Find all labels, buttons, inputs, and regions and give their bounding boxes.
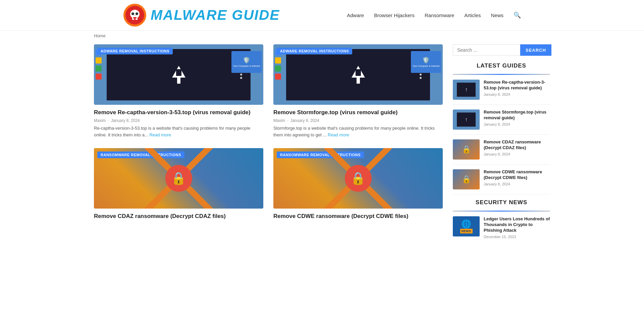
article-image: 🛡️ Your Computer is Infected ADWARE REMO… — [273, 44, 443, 105]
security-news-title: SECURITY NEWS — [453, 199, 550, 206]
content-area: 🛡️ Your Computer is Infected ADWARE REMO… — [94, 44, 443, 244]
nav-ransomware[interactable]: Ransomware — [425, 12, 454, 18]
article-link-1[interactable]: Remove Stormforge.top (virus removal gui… — [273, 109, 397, 116]
read-more-1[interactable]: Read more — [328, 132, 349, 137]
article-link-2[interactable]: Remove CDAZ ransomware (Decrypt CDAZ fil… — [94, 213, 226, 219]
popup-text: Your Computer is Infected — [233, 65, 260, 68]
news-badge: NEWS — [460, 229, 473, 233]
icon-app2 — [96, 74, 102, 80]
dot — [420, 74, 422, 76]
article-image: 🔒 RANSOMWARE REMOVAL INSTRUCTIONS — [273, 148, 443, 209]
search-box: SEARCH — [453, 44, 550, 56]
svg-point-7 — [136, 12, 138, 15]
svg-point-6 — [131, 12, 134, 15]
arrow-container — [352, 66, 365, 84]
search-icon[interactable]: 🔍 — [514, 11, 521, 19]
breadcrumb-home[interactable]: Home — [94, 33, 106, 38]
sidebar-divider — [453, 74, 550, 75]
guide-date-3: January 8, 2024 — [484, 182, 550, 186]
guide-date-1: January 8, 2024 — [484, 122, 550, 126]
adware-inner — [286, 49, 430, 100]
news-item: 🌐 NEWS Ledger Users Lose Hundreds of Tho… — [453, 216, 550, 239]
article-meta-0: Maxim · January 8, 2024 — [94, 118, 263, 123]
nav-articles[interactable]: Articles — [464, 12, 481, 18]
article-card: 🔒 RANSOMWARE REMOVAL INSTRUCTIONS Remove… — [273, 148, 443, 220]
article-card: 🛡️ Your Computer is Infected ADWARE REMO… — [94, 44, 263, 138]
nav-adware[interactable]: Adware — [347, 12, 364, 18]
read-more-0[interactable]: Read more — [149, 132, 171, 137]
icon-folder — [275, 57, 281, 63]
nav-news[interactable]: News — [491, 12, 504, 18]
popup-shield: 🛡️ — [243, 56, 250, 64]
article-meta-1: Maxim · January 8, 2024 — [273, 118, 443, 123]
lock-circle: 🔒 — [165, 165, 192, 192]
icon-folder — [96, 57, 102, 63]
popup-text: Your Computer is Infected — [413, 65, 440, 68]
article-author-1: Maxim — [273, 118, 285, 123]
search-button[interactable]: SEARCH — [520, 44, 551, 56]
article-card: 🔒 RANSOMWARE REMOVAL INSTRUCTIONS Remove… — [94, 148, 263, 220]
article-image: 🔒 RANSOMWARE REMOVAL INSTRUCTIONS — [94, 148, 263, 209]
article-title-2: Remove CDAZ ransomware (Decrypt CDAZ fil… — [94, 213, 263, 220]
article-title-0: Remove Re-captha-version-3-53.top (virus… — [94, 109, 263, 116]
site-title: MALWARE GUIDE — [151, 7, 280, 23]
news-title-0[interactable]: Ledger Users Lose Hundreds of Thousands … — [484, 216, 550, 233]
guide-thumb: 🔒 — [453, 139, 480, 160]
sidebar: SEARCH LATEST GUIDES ↑ Remove Re-captha-… — [453, 44, 550, 244]
article-link-0[interactable]: Remove Re-captha-version-3-53.top (virus… — [94, 109, 251, 116]
article-image: 🛡️ Your Computer is Infected ADWARE REMO… — [94, 44, 263, 105]
category-badge-1: ADWARE REMOVAL INSTRUCTIONS — [277, 48, 352, 54]
arrow-up — [352, 66, 365, 78]
lock-icon: 🔒 — [171, 171, 186, 185]
guide-thumb: 🔒 — [453, 169, 480, 189]
guide-item: 🔒 Remove CDWE ransomware (Decrypt CDWE f… — [453, 169, 550, 194]
article-date-0: January 8, 2024 — [111, 118, 140, 123]
article-author-0: Maxim — [94, 118, 106, 123]
lock-icon: 🔒 — [351, 171, 366, 185]
meta-dot-1: · — [287, 118, 288, 123]
lock-circle: 🔒 — [345, 165, 372, 192]
arrow-up — [172, 66, 185, 78]
article-title-1: Remove Stormforge.top (virus removal gui… — [273, 109, 443, 116]
sidebar-divider-news — [453, 211, 550, 212]
logo-icon — [123, 3, 147, 27]
guide-info: Remove CDAZ ransomware (Decrypt CDAZ fil… — [484, 139, 550, 160]
site-header: MALWARE GUIDE Adware Browser Hijackers R… — [0, 0, 644, 31]
guide-info: Remove Re-captha-version-3-53.top (virus… — [484, 80, 550, 100]
svg-rect-5 — [133, 17, 137, 18]
guide-title-0[interactable]: Remove Re-captha-version-3-53.top (virus… — [484, 80, 550, 91]
guide-title-2[interactable]: Remove CDAZ ransomware (Decrypt CDAZ fil… — [484, 139, 550, 151]
main-nav: Adware Browser Hijackers Ransomware Arti… — [347, 11, 521, 19]
dot — [240, 74, 242, 76]
arrow-stem — [177, 78, 180, 84]
popup-shield: 🛡️ — [422, 56, 430, 64]
nav-browser-hijackers[interactable]: Browser Hijackers — [374, 12, 415, 18]
articles-grid: 🛡️ Your Computer is Infected ADWARE REMO… — [94, 44, 443, 220]
icon-app — [275, 65, 281, 72]
guide-thumb: ↑ — [453, 80, 480, 100]
main-container: 🛡️ Your Computer is Infected ADWARE REMO… — [0, 41, 644, 247]
latest-guides-title: LATEST GUIDES — [453, 62, 550, 69]
adware-inner — [107, 49, 251, 100]
guide-date-2: January 8, 2024 — [484, 152, 550, 156]
article-link-3[interactable]: Remove CDWE ransomware (Decrypt CDWE fil… — [273, 213, 408, 219]
news-info: Ledger Users Lose Hundreds of Thousands … — [484, 216, 550, 239]
logo-area[interactable]: MALWARE GUIDE — [123, 3, 280, 27]
icon-app — [96, 65, 102, 72]
arrow-container — [172, 66, 185, 84]
globe-icon: 🌐 — [461, 219, 471, 229]
guide-item: 🔒 Remove CDAZ ransomware (Decrypt CDAZ f… — [453, 139, 550, 165]
search-input[interactable] — [453, 44, 520, 56]
news-date-0: December 15, 2023 — [484, 235, 550, 239]
guide-title-3[interactable]: Remove CDWE ransomware (Decrypt CDWE fil… — [484, 169, 550, 181]
breadcrumb: Home — [0, 31, 644, 41]
article-excerpt-1: Stormforge.top is a website that's causi… — [273, 125, 443, 138]
guide-title-1[interactable]: Remove Stormforge.top (virus removal gui… — [484, 109, 550, 121]
guide-date-0: January 8, 2024 — [484, 92, 550, 96]
category-badge-0: ADWARE REMOVAL INSTRUCTIONS — [97, 48, 173, 54]
meta-dot-0: · — [108, 118, 109, 123]
news-thumb: 🌐 NEWS — [453, 216, 480, 236]
side-popup: 🛡️ Your Computer is Infected — [231, 51, 262, 73]
guide-item: ↑ Remove Stormforge.top (virus removal g… — [453, 109, 550, 135]
icon-app2 — [275, 74, 281, 80]
